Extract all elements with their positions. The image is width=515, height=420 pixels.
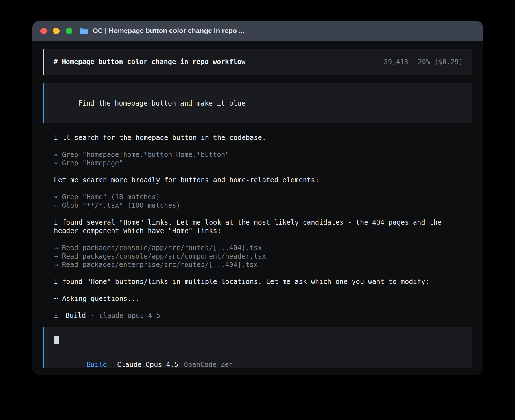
minimize-button[interactable] [53, 28, 60, 34]
session-header: # Homepage button color change in repo w… [43, 49, 472, 75]
assistant-text: Let me search more broadly for buttons a… [54, 176, 472, 184]
assistant-text: I found "Home" buttons/links in multiple… [54, 277, 472, 286]
tool-call: ∗Grep "homepage|home.*button|Home.*butto… [54, 150, 472, 159]
arrow-right-icon: → [54, 252, 58, 260]
session-title: # Homepage button color change in repo w… [54, 58, 245, 66]
tool-call: ∗Grep "Homepage" [54, 159, 472, 167]
agent-build-icon [54, 314, 58, 318]
tool-call: →Read packages/console/app/src/routes/[.… [54, 244, 472, 252]
assistant-text: header component which have "Home" links… [54, 227, 472, 235]
asterisk-icon: ∗ [54, 159, 58, 167]
assistant-paragraph: I found several "Home" links. Let me loo… [54, 218, 472, 235]
provider-name: OpenCode Zen [184, 361, 233, 369]
tool-call: →Read packages/enterprise/src/routes/[..… [54, 261, 472, 269]
agent-model: claude-opus-4-5 [99, 311, 160, 320]
asterisk-icon: ∗ [54, 202, 58, 209]
tool-call: ∗Grep "Home" (18 matches) [54, 193, 472, 201]
window-title: OC | Homepage button color change in rep… [93, 27, 245, 35]
asterisk-icon: ∗ [54, 151, 58, 159]
assistant-text: I'll search for the homepage button in t… [54, 134, 472, 142]
agent-mode-label: Build [87, 361, 107, 369]
tool-call-text: Glob "**/*.tsx" (100 matches) [62, 202, 180, 209]
arrow-right-icon: → [54, 261, 58, 269]
tool-call-text: Read packages/console/app/src/component/… [62, 252, 266, 260]
model-name: Claude Opus 4.5 [117, 361, 178, 369]
token-count: 39,413 [384, 58, 408, 66]
close-button[interactable] [40, 28, 47, 34]
session-stats: 39,413 20% ($0.29) [384, 58, 463, 66]
terminal-content: # Homepage button color change in repo w… [32, 41, 483, 375]
zoom-button[interactable] [66, 28, 72, 34]
status-bar: ········ escinterrupt ctrl+tvariants tab… [43, 368, 472, 375]
text-cursor [54, 336, 59, 344]
window-titlebar: OC | Homepage button color change in rep… [32, 21, 483, 41]
separator-dot: · [90, 311, 94, 320]
tool-call: →Read packages/console/app/src/component… [54, 252, 472, 261]
assistant-response: I'll search for the homepage button in t… [54, 134, 472, 320]
agent-name: Build [66, 311, 86, 320]
traffic-lights [40, 28, 72, 34]
tool-call-text: Grep "Homepage" [62, 159, 123, 167]
assistant-text: I found several "Home" links. Let me loo… [54, 218, 472, 227]
terminal-window: OC | Homepage button color change in rep… [32, 21, 483, 375]
tool-call-text: Read packages/console/app/src/routes/[..… [62, 244, 262, 252]
tool-call-text: Grep "homepage|home.*button|Home.*button… [62, 151, 229, 159]
context-usage: 20% ($0.29) [418, 58, 463, 66]
tool-call-text: Read packages/enterprise/src/routes/[...… [62, 261, 258, 269]
folder-icon [80, 27, 88, 34]
agent-status-line: Build·claude-opus-4-5 [54, 311, 472, 320]
arrow-right-icon: → [54, 244, 58, 252]
prompt-input[interactable]: BuildClaude Opus 4.5OpenCode Zen [43, 327, 472, 368]
tool-call-group: ∗Grep "Home" (18 matches) ∗Glob "**/*.ts… [54, 193, 472, 210]
tool-call-text: Grep "Home" (18 matches) [62, 193, 160, 201]
status-bar-right: ctrl+tvariants tabagents ctrl+pcommands [368, 368, 472, 375]
tool-call-group: ∗Grep "homepage|home.*button|Home.*butto… [54, 150, 472, 167]
tool-call: ∗Glob "**/*.tsx" (100 matches) [54, 201, 472, 210]
asterisk-icon: ∗ [54, 193, 58, 201]
user-message-text: Find the homepage button and make it blu… [78, 99, 245, 107]
user-message: Find the homepage button and make it blu… [43, 83, 472, 123]
status-text: ~ Asking questions... [54, 294, 472, 303]
tool-call-group: →Read packages/console/app/src/routes/[.… [54, 244, 472, 269]
